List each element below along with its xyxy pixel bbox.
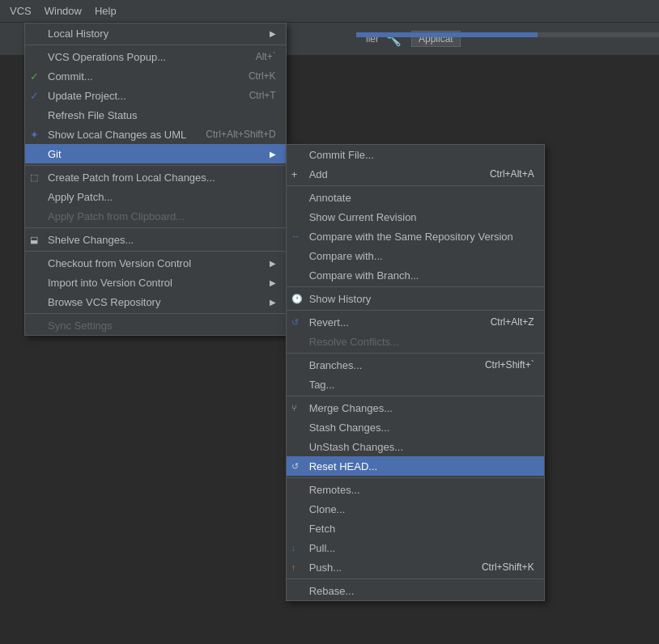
menu-shelve-changes[interactable]: ⬓ Shelve Changes... (25, 230, 286, 249)
vcs-ops-label: VCS Operations Popup... (48, 51, 166, 63)
git-stash[interactable]: Stash Changes... (287, 417, 544, 437)
git-revert[interactable]: ↺ Revert... Ctrl+Alt+Z (287, 312, 544, 332)
git-compare-same-label: Compare with the Same Repository Version (309, 231, 513, 243)
git-compare-same-repo[interactable]: ↔ Compare with the Same Repository Versi… (287, 227, 544, 246)
menu-import-vcs[interactable]: Import into Version Control ▶ (25, 273, 286, 292)
sep3 (25, 227, 286, 228)
git-show-rev-label: Show Current Revision (309, 211, 417, 223)
git-add-label: Add (309, 168, 328, 180)
git-revert-shortcut: Ctrl+Alt+Z (471, 316, 534, 328)
revert-icon: ↺ (291, 317, 299, 328)
compare-icon: ↔ (291, 231, 300, 241)
menu-git[interactable]: Git ▶ Commit File... + Add Ctrl+Alt+A An… (25, 144, 286, 163)
git-sep5 (287, 396, 544, 396)
menu-commit[interactable]: ✓ Commit... Ctrl+K (25, 66, 286, 86)
git-sep2 (287, 286, 544, 287)
git-resolve-conflicts: Resolve Conflicts... (287, 332, 544, 351)
git-push-shortcut: Ctrl+Shift+K (462, 561, 534, 573)
refresh-label: Refresh File Status (48, 109, 138, 121)
git-tag[interactable]: Tag... (287, 375, 544, 394)
show-local-label: Show Local Changes as UML (48, 129, 186, 141)
git-show-current-revision[interactable]: Show Current Revision (287, 207, 544, 227)
update-label: Update Project... (48, 90, 126, 102)
apply-patch-label: Apply Patch... (48, 191, 113, 203)
browse-label: Browse VCS Repository (48, 296, 160, 308)
git-merge-changes[interactable]: ⑂ Merge Changes... (287, 398, 544, 417)
git-reset-head[interactable]: ↺ Reset HEAD... (287, 456, 544, 476)
sync-label: Sync Settings (48, 320, 113, 332)
git-sep3 (287, 310, 544, 311)
git-pull[interactable]: ↓ Pull... (287, 538, 544, 557)
menu-checkout-vcs[interactable]: Checkout from Version Control ▶ (25, 253, 286, 273)
update-shortcut: Ctrl+T (230, 90, 276, 101)
shelve-icon: ⬓ (30, 235, 38, 245)
git-compare-branch[interactable]: Compare with Branch... (287, 265, 544, 285)
shelve-label: Shelve Changes... (48, 234, 134, 246)
menu-sync-settings: Sync Settings (25, 316, 286, 335)
menu-window[interactable]: Window (38, 2, 88, 19)
commit-check-icon: ✓ (30, 70, 39, 83)
uml-icon: ✦ (30, 129, 39, 141)
browse-arrow: ▶ (270, 298, 276, 307)
git-sep7 (287, 578, 544, 579)
git-fetch-label: Fetch (309, 523, 336, 535)
git-merge-label: Merge Changes... (309, 402, 393, 414)
git-remotes-label: Remotes... (309, 484, 360, 496)
sep2 (25, 165, 286, 166)
git-commit-file-label: Commit File... (309, 149, 374, 161)
git-sep4 (287, 353, 544, 354)
git-remotes[interactable]: Remotes... (287, 480, 544, 499)
git-revert-label: Revert... (309, 316, 349, 328)
pull-icon: ↓ (291, 543, 296, 553)
git-compare-label: Compare with... (309, 250, 383, 262)
menu-bar: VCS Window Help (0, 0, 659, 23)
menu-help[interactable]: Help (88, 2, 123, 19)
git-commit-file[interactable]: Commit File... (287, 145, 544, 164)
git-unstash[interactable]: UnStash Changes... (287, 437, 544, 456)
git-reset-head-label: Reset HEAD... (309, 460, 378, 472)
menu-vcs-operations[interactable]: VCS Operations Popup... Alt+` (25, 47, 286, 66)
sep5 (25, 313, 286, 314)
git-show-history[interactable]: 🕐 Show History (287, 289, 544, 308)
sep1 (25, 44, 286, 45)
git-rebase[interactable]: Rebase... (287, 581, 544, 600)
menu-browse-vcs[interactable]: Browse VCS Repository ▶ (25, 292, 286, 311)
git-annotate[interactable]: Annotate (287, 188, 544, 207)
menu-apply-patch-clipboard: Apply Patch from Clipboard... (25, 206, 286, 226)
create-patch-label: Create Patch from Local Changes... (48, 172, 215, 184)
progress-bar-fill (356, 32, 538, 37)
menu-show-local-changes[interactable]: ✦ Show Local Changes as UML Ctrl+Alt+Shi… (25, 125, 286, 144)
git-branches-shortcut: Ctrl+Shift+` (466, 359, 534, 371)
show-local-shortcut: Ctrl+Alt+Shift+D (186, 129, 275, 140)
menu-refresh-file-status[interactable]: Refresh File Status (25, 105, 286, 125)
git-compare-with[interactable]: Compare with... (287, 246, 544, 265)
git-tag-label: Tag... (309, 379, 335, 391)
menu-vcs[interactable]: VCS (3, 2, 38, 19)
import-arrow: ▶ (270, 278, 276, 287)
git-push[interactable]: ↑ Push... Ctrl+Shift+K (287, 557, 544, 577)
menu-create-patch[interactable]: ⬚ Create Patch from Local Changes... (25, 167, 286, 187)
git-add[interactable]: + Add Ctrl+Alt+A (287, 164, 544, 184)
commit-shortcut: Ctrl+K (229, 70, 276, 82)
git-push-label: Push... (309, 561, 342, 574)
git-branches[interactable]: Branches... Ctrl+Shift+` (287, 355, 544, 375)
menu-local-history-label: Local History (48, 28, 108, 40)
vcs-menu: Local History ▶ VCS Operations Popup... … (24, 23, 287, 336)
menu-apply-patch[interactable]: Apply Patch... (25, 187, 286, 206)
push-icon: ↑ (291, 562, 296, 572)
apply-patch-clipboard-label: Apply Patch from Clipboard... (48, 210, 185, 222)
reset-icon: ↺ (291, 461, 299, 472)
git-submenu-arrow: ▶ (270, 150, 276, 159)
git-clone[interactable]: Clone... (287, 499, 544, 519)
checkout-arrow: ▶ (270, 259, 276, 268)
git-stash-label: Stash Changes... (309, 422, 390, 434)
git-pull-label: Pull... (309, 542, 336, 554)
git-fetch[interactable]: Fetch (287, 519, 544, 538)
progress-bar-container (356, 32, 659, 37)
menu-local-history[interactable]: Local History ▶ (25, 23, 286, 43)
git-annotate-label: Annotate (309, 192, 351, 204)
menu-update-project[interactable]: ✓ Update Project... Ctrl+T (25, 86, 286, 105)
git-clone-label: Clone... (309, 503, 346, 515)
checkout-label: Checkout from Version Control (48, 257, 191, 269)
commit-label: Commit... (48, 70, 93, 83)
